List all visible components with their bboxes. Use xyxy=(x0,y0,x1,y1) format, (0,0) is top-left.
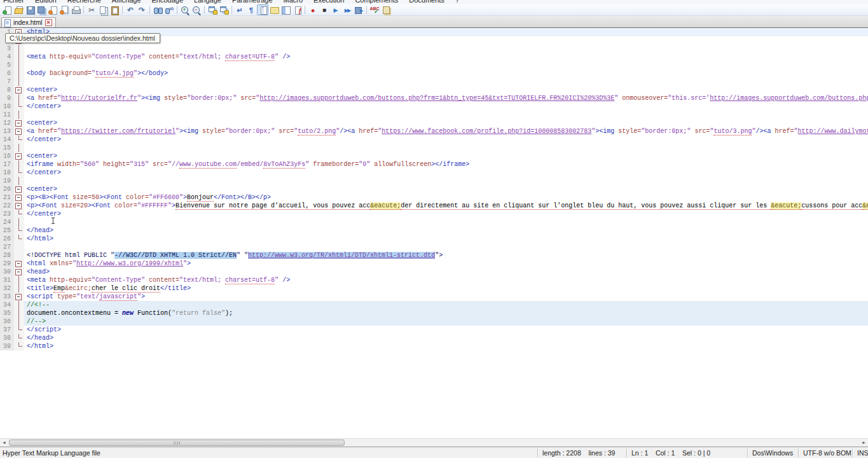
fold-margin xyxy=(14,45,24,53)
user-defined-language-button[interactable] xyxy=(268,4,280,15)
code-text: </center> xyxy=(24,210,868,218)
fold-collapse-icon[interactable] xyxy=(14,152,24,160)
code-line: 29<html xmlns="http://www.w3.org/1999/xh… xyxy=(0,260,868,268)
close-button[interactable] xyxy=(47,4,59,15)
save-all-button[interactable] xyxy=(36,4,47,15)
macro-stop-button[interactable] xyxy=(319,4,330,15)
status-eol-format: Dos\Windows xyxy=(747,448,798,457)
fold-collapse-icon[interactable] xyxy=(14,86,24,94)
fold-margin xyxy=(14,169,24,177)
save-button[interactable] xyxy=(24,4,36,15)
code-line: 36//--> xyxy=(0,317,868,326)
menu-item-affichage[interactable]: Affichage xyxy=(111,0,142,4)
find-button[interactable] xyxy=(152,4,163,15)
print-button[interactable] xyxy=(70,4,81,15)
redo-button[interactable] xyxy=(136,4,148,15)
indent-guide-button[interactable] xyxy=(257,4,268,15)
line-number: 13 xyxy=(0,127,14,135)
spell-check-button[interactable] xyxy=(369,4,380,15)
undo-icon xyxy=(126,6,135,15)
menu-item-fichier[interactable]: Fichier xyxy=(2,0,25,4)
new-file-button[interactable] xyxy=(1,4,13,15)
fold-collapse-icon[interactable] xyxy=(14,293,24,301)
paste-button[interactable] xyxy=(109,4,120,15)
ibeam-cursor xyxy=(51,218,55,224)
code-line: 30<head> xyxy=(0,268,868,276)
code-text: </head> xyxy=(24,334,868,342)
cut-button[interactable] xyxy=(86,4,97,15)
macro-record-icon xyxy=(308,6,318,15)
macro-save-icon xyxy=(354,6,364,15)
paste-icon xyxy=(110,6,120,15)
menu-item-complements[interactable]: Compléments xyxy=(354,0,399,4)
line-number: 36 xyxy=(0,317,14,326)
code-line: 32<title>Emp&ecirc;cher le clic droit</t… xyxy=(0,284,868,293)
code-line: 5 xyxy=(0,61,868,69)
sync-horizontal-scrolling-button[interactable] xyxy=(218,4,230,15)
menu-item-recherche[interactable]: Recherche xyxy=(66,0,102,4)
indent-guide-icon xyxy=(258,6,268,15)
editor-area[interactable]: 1<html>2<head>34<meta http-equiv="Conten… xyxy=(0,28,868,438)
zoom-out-button[interactable] xyxy=(191,4,202,15)
code-text: <title>Emp&ecirc;cher le clic droit</tit… xyxy=(24,284,868,293)
fold-collapse-icon[interactable] xyxy=(14,202,24,210)
line-number: 38 xyxy=(0,334,14,342)
menu-item-parametrage[interactable]: Paramétrage xyxy=(231,0,274,4)
close-all-button[interactable] xyxy=(59,4,70,15)
fold-collapse-icon[interactable] xyxy=(14,260,24,268)
macro-play-button[interactable] xyxy=(330,4,341,15)
macro-run-multiple-button[interactable] xyxy=(341,4,353,15)
menu-item-macro[interactable]: Macro xyxy=(282,0,305,4)
menu-item-aide[interactable]: ? xyxy=(454,0,460,4)
tab-close-icon[interactable]: ✕ xyxy=(45,19,52,26)
cut-icon xyxy=(87,6,97,15)
scroll-left-arrow-icon[interactable]: ◄ xyxy=(0,439,8,447)
word-wrap-button[interactable] xyxy=(234,4,245,15)
menu-item-langage[interactable]: Langage xyxy=(193,0,223,4)
fold-collapse-icon[interactable] xyxy=(14,268,24,276)
line-number: 11 xyxy=(0,111,14,119)
scrollbar-thumb[interactable] xyxy=(9,440,345,446)
horizontal-scrollbar[interactable]: ◄ ► xyxy=(0,438,868,447)
code-line: 25</head> xyxy=(0,226,868,235)
fold-collapse-icon[interactable] xyxy=(14,127,24,135)
scroll-right-arrow-icon[interactable]: ► xyxy=(860,439,868,447)
document-map-button[interactable] xyxy=(280,4,291,15)
spell-check-document-icon xyxy=(382,6,391,15)
open-file-button[interactable] xyxy=(13,4,24,15)
code-line: 7 xyxy=(0,78,868,86)
replace-button[interactable] xyxy=(163,4,175,15)
code-line: 38</head> xyxy=(0,334,868,342)
menu-item-documents[interactable]: Documents xyxy=(408,0,446,4)
spell-check-document-button[interactable] xyxy=(380,4,392,15)
macro-record-button[interactable] xyxy=(307,4,319,15)
fold-margin xyxy=(14,160,24,169)
code-line: 20<center> xyxy=(0,185,868,193)
zoom-in-icon xyxy=(181,6,190,15)
function-list-button[interactable] xyxy=(291,4,303,15)
code-text: </script> xyxy=(24,326,868,334)
zoom-in-button[interactable] xyxy=(179,4,191,15)
menu-item-encodage[interactable]: Encodage xyxy=(151,0,185,4)
code-line: 11 xyxy=(0,111,868,119)
document-map-icon xyxy=(281,6,291,15)
code-text: <script type="text/javascript"> xyxy=(24,293,868,301)
macro-save-button[interactable] xyxy=(353,4,364,15)
tab-index-html[interactable]: index.html ✕ xyxy=(1,17,56,27)
show-all-characters-button[interactable] xyxy=(245,4,257,15)
fold-margin xyxy=(14,102,24,111)
menu-item-edition[interactable]: Edition xyxy=(34,0,58,4)
fold-collapse-icon[interactable] xyxy=(14,185,24,193)
sync-vertical-scrolling-button[interactable] xyxy=(207,4,218,15)
redo-icon xyxy=(137,6,147,15)
menu-item-execution[interactable]: Exécution xyxy=(312,0,345,4)
fold-collapse-icon[interactable] xyxy=(14,119,24,127)
code-line: 14</center> xyxy=(0,135,868,144)
undo-button[interactable] xyxy=(125,4,136,15)
fold-margin xyxy=(14,144,24,152)
copy-button[interactable] xyxy=(97,4,109,15)
code-line: 16<center> xyxy=(0,152,868,160)
new-file-icon xyxy=(3,6,12,15)
fold-collapse-icon[interactable] xyxy=(14,193,24,202)
open-file-icon xyxy=(14,6,24,15)
